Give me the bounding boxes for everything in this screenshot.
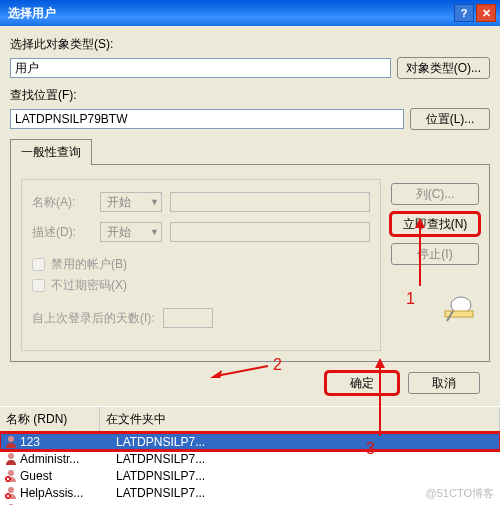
chevron-down-icon: ▼ bbox=[150, 197, 159, 207]
location-button[interactable]: 位置(L)... bbox=[410, 108, 490, 130]
object-type-input[interactable] bbox=[10, 58, 391, 78]
search-scan-icon bbox=[439, 293, 479, 325]
table-row[interactable]: GuestLATDPNSILP7... bbox=[0, 467, 500, 484]
disabled-accounts-checkbox[interactable] bbox=[32, 258, 45, 271]
object-type-label: 选择此对象类型(S): bbox=[10, 36, 490, 53]
desc-combo-value: 开始 bbox=[107, 224, 131, 241]
no-expire-checkbox[interactable] bbox=[32, 279, 45, 292]
ok-button[interactable]: 确定 bbox=[326, 372, 398, 394]
user-icon bbox=[4, 452, 18, 466]
table-row[interactable]: Administr...LATDPNSILP7... bbox=[0, 450, 500, 467]
days-spinner[interactable] bbox=[163, 308, 213, 328]
object-type-button[interactable]: 对象类型(O)... bbox=[397, 57, 490, 79]
row-folder: LATDPNSILP7... bbox=[116, 435, 496, 449]
row-folder: LATDPNSILP7... bbox=[116, 452, 496, 466]
titlebar: 选择用户 ? ✕ bbox=[0, 0, 500, 26]
user-disabled-icon bbox=[4, 469, 18, 483]
location-input[interactable] bbox=[10, 109, 404, 129]
row-name: HelpAssis... bbox=[20, 486, 116, 500]
chevron-down-icon: ▼ bbox=[150, 227, 159, 237]
user-icon bbox=[4, 435, 18, 449]
columns-button[interactable]: 列(C)... bbox=[391, 183, 479, 205]
svg-point-7 bbox=[8, 487, 14, 493]
desc-combo[interactable]: 开始 ▼ bbox=[100, 222, 162, 242]
query-fields-group: 名称(A): 开始 ▼ 描述(D): 开始 ▼ bbox=[21, 179, 381, 351]
desc-label: 描述(D): bbox=[32, 224, 92, 241]
svg-point-3 bbox=[8, 436, 14, 442]
row-name: Guest bbox=[20, 469, 116, 483]
tab-panel: 名称(A): 开始 ▼ 描述(D): 开始 ▼ bbox=[10, 164, 490, 362]
side-buttons: 列(C)... 立即查找(N) 停止(I) bbox=[391, 179, 479, 351]
row-name: Administr... bbox=[20, 452, 116, 466]
no-expire-label: 不过期密码(X) bbox=[51, 277, 127, 294]
svg-point-5 bbox=[8, 470, 14, 476]
watermark: @51CTO博客 bbox=[426, 486, 494, 501]
cancel-button[interactable]: 取消 bbox=[408, 372, 480, 394]
row-name: 123 bbox=[20, 435, 116, 449]
header-folder[interactable]: 在文件夹中 bbox=[100, 407, 500, 432]
location-label: 查找位置(F): bbox=[10, 87, 490, 104]
titlebar-buttons: ? ✕ bbox=[454, 4, 496, 22]
table-row[interactable]: SUPPORT_3...LATDPNSILP7... bbox=[0, 501, 500, 505]
desc-input[interactable] bbox=[170, 222, 370, 242]
user-disabled-icon bbox=[4, 486, 18, 500]
name-combo[interactable]: 开始 ▼ bbox=[100, 192, 162, 212]
help-button[interactable]: ? bbox=[454, 4, 474, 22]
table-row[interactable]: 123LATDPNSILP7... bbox=[0, 433, 500, 450]
dialog-content: 选择此对象类型(S): 对象类型(O)... 查找位置(F): 位置(L)...… bbox=[0, 26, 500, 406]
tab-general-query[interactable]: 一般性查询 bbox=[10, 139, 92, 165]
svg-point-4 bbox=[8, 453, 14, 459]
row-folder: LATDPNSILP7... bbox=[116, 469, 496, 483]
name-combo-value: 开始 bbox=[107, 194, 131, 211]
days-label: 自上次登录后的天数(I): bbox=[32, 310, 155, 327]
disabled-accounts-label: 禁用的帐户(B) bbox=[51, 256, 127, 273]
window-title: 选择用户 bbox=[8, 5, 454, 22]
header-name[interactable]: 名称 (RDN) bbox=[0, 407, 100, 432]
results-header: 名称 (RDN) 在文件夹中 bbox=[0, 406, 500, 433]
name-input[interactable] bbox=[170, 192, 370, 212]
stop-button[interactable]: 停止(I) bbox=[391, 243, 479, 265]
find-now-button[interactable]: 立即查找(N) bbox=[391, 213, 479, 235]
name-label: 名称(A): bbox=[32, 194, 92, 211]
close-button[interactable]: ✕ bbox=[476, 4, 496, 22]
